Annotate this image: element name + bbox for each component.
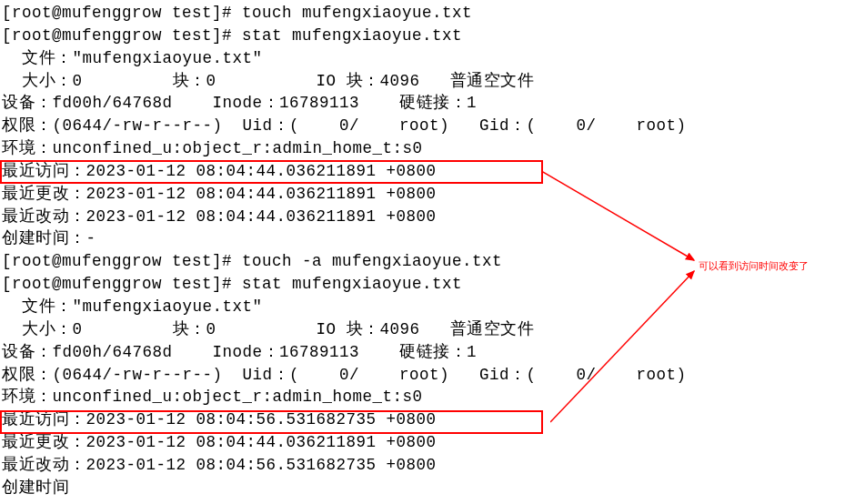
- stat-size-line: 大小：0 块：0 IO 块：4096 普通空文件: [2, 318, 845, 341]
- stat-file-line: 文件："mufengxiaoyue.txt": [2, 47, 845, 70]
- stat-perm-line: 权限：(0644/-rw-r--r--) Uid：( 0/ root) Gid：…: [2, 115, 845, 137]
- stat-access-line: 最近访问：2023-01-12 08:04:44.036211891 +0800: [2, 160, 845, 183]
- terminal-line: [root@mufenggrow test]# stat mufengxiaoy…: [2, 25, 845, 47]
- stat-perm-line: 权限：(0644/-rw-r--r--) Uid：( 0/ root) Gid：…: [2, 364, 845, 387]
- stat-modify-line: 最近更改：2023-01-12 08:04:44.036211891 +0800: [2, 183, 845, 206]
- terminal-line: [root@mufenggrow test]# stat mufengxiaoy…: [2, 273, 845, 296]
- stat-modify-line: 最近更改：2023-01-12 08:04:44.036211891 +0800: [2, 431, 845, 454]
- stat-birth-line: 创建时间：-: [2, 227, 845, 250]
- stat-size-line: 大小：0 块：0 IO 块：4096 普通空文件: [2, 70, 845, 93]
- stat-device-line: 设备：fd00h/64768d Inode：16789113 硬链接：1: [2, 341, 845, 364]
- stat-env-line: 环境：unconfined_u:object_r:admin_home_t:s0: [2, 386, 845, 408]
- stat-change-line: 最近改动：2023-01-12 08:04:56.531682735 +0800: [2, 454, 845, 477]
- stat-access-line: 最近访问：2023-01-12 08:04:56.531682735 +0800: [2, 408, 845, 431]
- terminal-line: [root@mufenggrow test]# touch mufengxiao…: [2, 2, 845, 25]
- stat-change-line: 最近改动：2023-01-12 08:04:44.036211891 +0800: [2, 206, 845, 228]
- stat-device-line: 设备：fd00h/64768d Inode：16789113 硬链接：1: [2, 92, 845, 115]
- stat-birth-line: 创建时间: [2, 477, 845, 499]
- stat-file-line: 文件："mufengxiaoyue.txt": [2, 296, 845, 318]
- stat-env-line: 环境：unconfined_u:object_r:admin_home_t:s0: [2, 137, 845, 160]
- annotation-text: 可以看到访问时间改变了: [699, 259, 809, 274]
